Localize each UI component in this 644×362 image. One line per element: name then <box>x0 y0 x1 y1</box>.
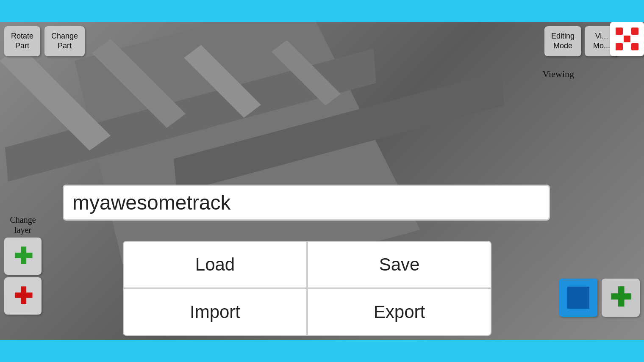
import-button[interactable]: Import <box>123 288 307 336</box>
load-button[interactable]: Load <box>123 241 307 288</box>
change-layer-label: Change layer <box>10 215 36 235</box>
filename-input[interactable] <box>63 185 550 221</box>
rotate-part-button[interactable]: Rotate Part <box>4 26 40 56</box>
bottom-bar <box>0 340 644 362</box>
export-button[interactable]: Export <box>307 288 491 336</box>
add-layer-button[interactable]: ✚ <box>4 238 42 275</box>
blue-box-inner <box>566 285 591 310</box>
plus-green-right-icon: ✚ <box>610 285 632 311</box>
viewing-label: Viewing <box>543 69 574 80</box>
top-right-toolbar: Editing Mode Vi...Mo... <box>544 26 619 56</box>
action-buttons-grid: Load Save Import Export <box>123 241 491 336</box>
main-area: Rotate Part Change Part Editing Mode Vi.… <box>0 22 644 340</box>
blue-indicator-box <box>559 279 597 317</box>
left-sidebar: Change layer ✚ ✚ <box>4 215 42 315</box>
remove-layer-button[interactable]: ✚ <box>4 277 42 315</box>
right-bottom-group: ✚ <box>559 279 640 317</box>
close-button[interactable] <box>610 22 644 56</box>
top-bar <box>0 0 644 22</box>
add-right-button[interactable]: ✚ <box>602 279 640 317</box>
top-left-toolbar: Rotate Part Change Part <box>4 26 85 56</box>
plus-red-icon: ✚ <box>14 285 33 307</box>
change-part-button[interactable]: Change Part <box>44 26 85 56</box>
plus-green-icon: ✚ <box>14 245 33 268</box>
editing-mode-button[interactable]: Editing Mode <box>544 26 581 56</box>
close-x-icon <box>616 28 638 50</box>
save-button[interactable]: Save <box>307 241 491 288</box>
filename-wrapper <box>63 185 550 221</box>
